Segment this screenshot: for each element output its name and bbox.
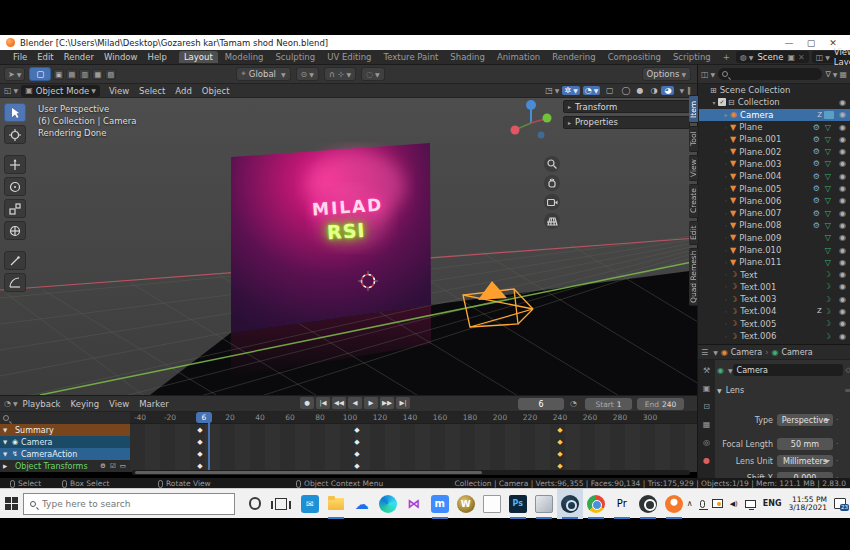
expand-arrow[interactable]: · (722, 222, 730, 229)
proportional-editing-dropdown[interactable]: ◌▼ (361, 67, 385, 81)
workspace-tab[interactable]: Rendering (547, 51, 600, 63)
channel-search-input[interactable] (0, 412, 130, 424)
visibility-eye-icon[interactable]: ◉ (839, 332, 846, 341)
expand-arrow[interactable]: ▸ (722, 111, 730, 118)
pause-icon[interactable]: ∥ (687, 86, 691, 95)
annotate-tool[interactable] (4, 251, 26, 270)
workspace-tab[interactable]: + (718, 51, 735, 63)
scale-tool[interactable] (4, 199, 26, 218)
visibility-eye-icon[interactable]: ◉ (839, 147, 846, 156)
select-mode-button[interactable]: ▥ (79, 69, 90, 80)
sidebar-tab[interactable]: View (689, 155, 699, 181)
taskbar-app[interactable] (557, 489, 583, 519)
lens-panel-header[interactable]: ▼ Lens ≡ (717, 386, 850, 395)
pan-hand-icon[interactable] (544, 175, 560, 191)
visibility-eye-icon[interactable]: ◉ (839, 184, 846, 193)
outliner-row[interactable]: · ✓ ▼ Plane.001 ⚙ ▽ ◉ (698, 133, 850, 145)
expand-arrow[interactable]: · (722, 234, 730, 241)
screen-capture-icon[interactable] (712, 499, 723, 508)
collection-checkbox[interactable]: ✓ (718, 98, 726, 106)
npanel-section[interactable]: ▸Properties (563, 116, 690, 129)
tool-dropdown[interactable]: ➤▼ (4, 67, 25, 81)
shading-mode-button[interactable]: ● (633, 86, 646, 95)
menu-item[interactable]: Render (59, 52, 99, 62)
taskbar-app[interactable]: ✉ (297, 489, 323, 519)
outliner-row[interactable]: ▸ ✓ ◉ Camera Z ⚙ ◉ (698, 109, 850, 121)
outliner-row[interactable]: · ✓ ▼ Plane.011 ⚙ ▽ ◉ (698, 256, 850, 268)
expand-arrow[interactable]: · (722, 148, 730, 155)
timeline-menu-item[interactable]: Playback (18, 399, 66, 409)
shading-mode-button[interactable]: ◯ (619, 86, 632, 95)
workspace-tab[interactable]: UV Editing (322, 51, 376, 63)
taskbar-app[interactable] (583, 489, 609, 519)
animate-dot[interactable]: · (836, 416, 838, 424)
expand-arrow[interactable]: · (722, 271, 730, 278)
property-value[interactable]: Perspective (777, 414, 833, 426)
overlays-dropdown[interactable]: ✲▼ (562, 86, 579, 95)
language-indicator[interactable]: ENG (763, 499, 782, 508)
cursor-tool[interactable] (4, 125, 26, 144)
transport-button[interactable]: ◀ (348, 397, 362, 409)
timeline-menu-item[interactable]: View (104, 399, 134, 409)
taskbar-app[interactable] (531, 489, 557, 519)
outliner-row[interactable]: · ✓ ▼ Plane.004 ⚙ ▽ ◉ (698, 170, 850, 182)
gizmo-visibility-dropdown[interactable]: ◳▼ (545, 86, 559, 95)
viewport-menu-item[interactable]: Select (134, 86, 170, 96)
current-frame-badge[interactable]: 6 (196, 412, 212, 423)
expand-arrow[interactable]: · (722, 185, 730, 192)
visibility-eye-icon[interactable]: ◉ (839, 123, 846, 132)
visibility-eye-icon[interactable]: ◉ (839, 295, 846, 304)
outliner-row[interactable]: · ✓ ☽ Text.006 ⚙ ☽ ◉ (698, 330, 850, 342)
visibility-eye-icon[interactable]: ◉ (839, 307, 846, 316)
filter-icon[interactable]: ∇ (825, 70, 830, 79)
visibility-eye-icon[interactable]: ◉ (839, 98, 846, 107)
taskbar-search[interactable] (23, 493, 235, 515)
editor-type-icon[interactable]: ☰ (701, 348, 708, 357)
workspace-tab[interactable]: Compositing (603, 51, 666, 63)
outliner-row[interactable]: · ✓ ☽ Text.001 ⚙ ☽ ◉ (698, 281, 850, 293)
clock[interactable]: 11:55 PM 3/18/2021 (789, 496, 827, 512)
taskbar-app[interactable] (375, 489, 401, 519)
keyframe-column[interactable]: ◆◆ ◆◆ (555, 424, 565, 472)
workspace-tab[interactable]: Modeling (220, 51, 269, 63)
fake-user-icon[interactable]: ◇ (846, 366, 850, 374)
viewport-menu-item[interactable]: Add (170, 86, 196, 96)
start-button[interactable] (0, 489, 23, 519)
channel-row[interactable]: ▶ Object Transforms ⚙ ☑ ▭ (0, 460, 130, 472)
taskbar-app[interactable]: Ps (505, 489, 531, 519)
keyframe-column[interactable]: ◆◆ ◆◆ (195, 424, 205, 472)
camera-view-icon[interactable] (544, 194, 560, 210)
editor-type-icon[interactable]: ◱ (4, 86, 12, 95)
workspace-tab[interactable]: Shading (445, 51, 490, 63)
scrollbar-handle[interactable] (135, 471, 482, 474)
current-frame-field[interactable]: 6 (518, 398, 564, 410)
outliner-row[interactable]: · ✓ ☽ Text ⚙ ☽ ◉ (698, 268, 850, 280)
taskbar-app[interactable] (661, 489, 687, 519)
navigation-gizmo[interactable] (505, 95, 557, 147)
animate-dot[interactable]: · (836, 457, 838, 465)
visibility-eye-icon[interactable]: ◉ (839, 196, 846, 205)
breadcrumb-object[interactable]: Camera (731, 348, 762, 357)
visibility-eye-icon[interactable]: ◉ (839, 319, 846, 328)
visibility-eye-icon[interactable]: ◉ (839, 209, 846, 218)
network-icon[interactable] (745, 500, 756, 508)
outliner-row[interactable]: · ✓ ▼ Plane.002 ⚙ ▽ ◉ (698, 145, 850, 157)
select-mode-button[interactable]: ▤ (66, 69, 77, 80)
outliner-row[interactable]: ▾ ✓ ⊟ Collection ⚙ ◉ (698, 96, 850, 108)
search-input[interactable] (42, 499, 212, 509)
taskbar-app[interactable]: W (453, 489, 479, 519)
speaker-icon[interactable]: ◀) (730, 500, 738, 508)
visibility-eye-icon[interactable]: ◉ (839, 110, 846, 119)
shading-mode-button[interactable]: ◑ (647, 86, 660, 95)
move-tool[interactable] (4, 155, 26, 174)
timeline-menu-item[interactable]: Marker (134, 399, 173, 409)
outliner-row[interactable]: · ✓ ▼ Plane.008 ⚙ ▽ ◉ (698, 219, 850, 231)
expand-arrow[interactable]: · (722, 124, 730, 131)
expand-arrow[interactable]: · (722, 259, 730, 266)
expand-arrow[interactable]: · (722, 160, 730, 167)
expand-arrow[interactable]: · (722, 308, 730, 315)
sidebar-tab[interactable]: Tool (689, 126, 699, 152)
timeline-menu-item[interactable]: Keying (66, 399, 105, 409)
outliner-row[interactable]: · ✓ ▼ Plane ⚙ ▽ ◉ (698, 121, 850, 133)
filter-settings-icon[interactable]: ▦ (839, 70, 847, 79)
